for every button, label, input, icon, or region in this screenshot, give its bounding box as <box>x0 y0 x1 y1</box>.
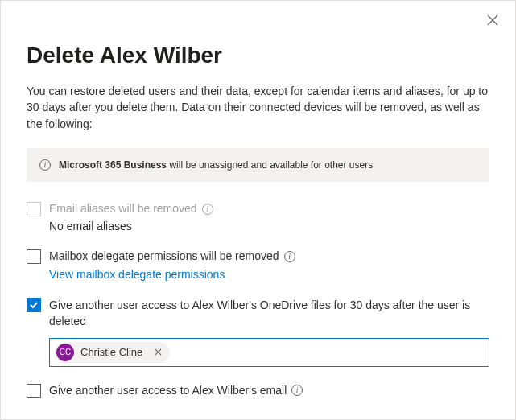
email-access-label: Give another user access to Alex Wilber'… <box>49 383 287 399</box>
page-title: Delete Alex Wilber <box>27 43 489 68</box>
delegate-checkbox[interactable] <box>27 249 41 264</box>
aliases-checkbox <box>27 202 41 216</box>
onedrive-user-picker[interactable]: CC Christie Cline <box>49 338 489 367</box>
aliases-info-icon: i <box>202 204 213 215</box>
aliases-subtext: No email aliases <box>49 220 489 233</box>
option-email-aliases: Email aliases will be removed i No email… <box>27 201 489 233</box>
delete-user-panel: Delete Alex Wilber You can restore delet… <box>0 0 516 420</box>
user-chip-name: Christie Cline <box>80 346 142 358</box>
aliases-label-row: Email aliases will be removed i <box>49 201 489 217</box>
email-access-info-icon[interactable]: i <box>291 385 303 396</box>
option-onedrive-access: Give another user access to Alex Wilber'… <box>27 297 489 367</box>
close-icon <box>487 14 498 26</box>
license-info-banner: i Microsoft 365 Business will be unassig… <box>27 148 489 182</box>
onedrive-label: Give another user access to Alex Wilber'… <box>49 297 489 330</box>
user-chip: CC Christie Cline <box>55 342 170 363</box>
option-mailbox-delegate: Mailbox delegate permissions will be rem… <box>27 249 489 281</box>
onedrive-checkbox[interactable] <box>27 298 41 312</box>
options-list: Email aliases will be removed i No email… <box>27 201 489 398</box>
delegate-info-icon[interactable]: i <box>284 251 295 262</box>
delegate-label: Mailbox delegate permissions will be rem… <box>49 249 279 265</box>
checkmark-icon <box>29 300 39 310</box>
view-delegate-permissions-link[interactable]: View mailbox delegate permissions <box>49 268 225 281</box>
user-avatar: CC <box>56 344 74 361</box>
close-button[interactable] <box>481 9 504 31</box>
info-icon: i <box>39 159 51 171</box>
email-access-label-row: Give another user access to Alex Wilber'… <box>49 383 489 399</box>
banner-product: Microsoft 365 Business <box>59 159 167 171</box>
banner-tail: will be unassigned and available for oth… <box>167 159 373 171</box>
aliases-label: Email aliases will be removed <box>49 201 197 217</box>
option-email-access: Give another user access to Alex Wilber'… <box>27 383 489 399</box>
remove-user-button[interactable] <box>152 347 163 358</box>
description-text: You can restore deleted users and their … <box>27 83 489 132</box>
remove-icon <box>155 348 162 356</box>
banner-message: Microsoft 365 Business will be unassigne… <box>59 159 373 171</box>
delegate-label-row: Mailbox delegate permissions will be rem… <box>49 249 489 265</box>
email-access-checkbox[interactable] <box>27 384 41 398</box>
